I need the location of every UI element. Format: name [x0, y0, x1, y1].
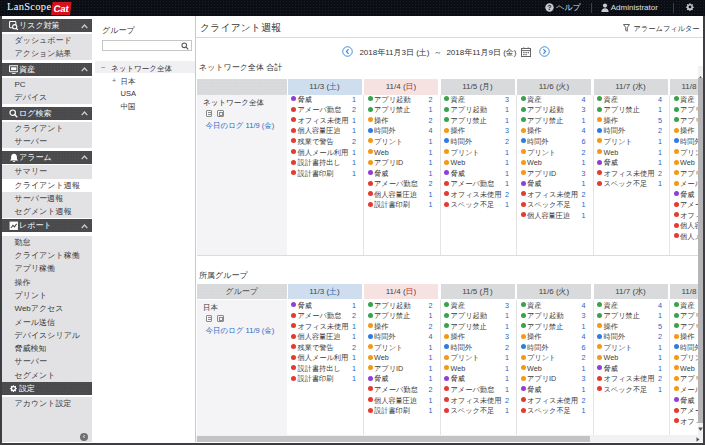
- svg-text:?: ?: [547, 4, 551, 11]
